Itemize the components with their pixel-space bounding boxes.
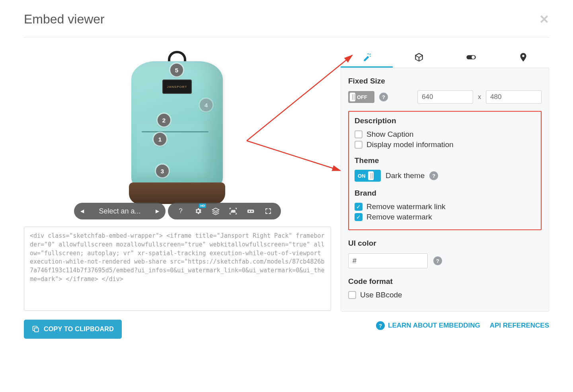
page-title: Embed viewer xyxy=(24,12,105,27)
hotspot-5[interactable]: 5 xyxy=(170,64,183,76)
next-annotation-icon[interactable]: ▶ xyxy=(153,208,162,214)
remove-watermark-link-label: Remove watermark link xyxy=(366,202,446,211)
svg-point-2 xyxy=(249,211,250,212)
help-icon[interactable]: ? xyxy=(172,203,189,219)
tab-general[interactable] xyxy=(341,47,393,68)
hotspot-1[interactable]: 1 xyxy=(154,133,166,146)
fixed-size-help-icon[interactable]: ? xyxy=(379,93,388,101)
brand-title: Brand xyxy=(355,189,535,198)
remove-watermark-checkbox[interactable]: ✓ xyxy=(355,213,363,221)
copy-to-clipboard-button[interactable]: COPY TO CLIPBOARD xyxy=(24,320,122,339)
svg-point-3 xyxy=(251,211,253,212)
hotspot-2[interactable]: 2 xyxy=(158,114,170,126)
fixed-size-title: Fixed Size xyxy=(348,77,542,85)
embed-preview[interactable]: JANSPORT 5 4 2 1 3 ◀ Select an a... ▶ xyxy=(24,47,331,222)
dark-theme-toggle[interactable]: ON xyxy=(355,170,381,182)
copy-button-label: COPY TO CLIPBOARD xyxy=(44,326,114,333)
display-model-info-label: Display model information xyxy=(366,140,454,149)
use-bbcode-label: Use BBcode xyxy=(360,291,402,299)
ui-color-title: UI color xyxy=(348,239,542,248)
vr-icon[interactable] xyxy=(242,203,259,219)
tab-3d[interactable] xyxy=(393,47,445,68)
layers-icon[interactable] xyxy=(207,203,224,219)
hotspot-4[interactable]: 4 xyxy=(200,99,212,111)
hotspot-3[interactable]: 3 xyxy=(156,165,169,177)
dimension-separator: x xyxy=(478,93,481,101)
svg-rect-1 xyxy=(248,210,254,213)
close-icon[interactable]: ✕ xyxy=(539,12,549,26)
remove-watermark-link-checkbox[interactable]: ✓ xyxy=(355,203,363,211)
product-preview: JANSPORT 5 4 2 1 3 xyxy=(131,51,223,204)
fixed-height-input[interactable] xyxy=(486,90,542,104)
use-bbcode-checkbox[interactable] xyxy=(348,291,356,299)
code-format-title: Code format xyxy=(348,277,542,286)
display-model-info-checkbox[interactable] xyxy=(355,141,363,149)
info-icon: ? xyxy=(376,321,385,330)
toggle-icon xyxy=(466,52,476,62)
hd-badge: HD xyxy=(199,204,206,208)
magic-wand-icon xyxy=(362,52,372,62)
embed-code-box[interactable]: <div class="sketchfab-embed-wrapper"> <i… xyxy=(24,227,331,311)
show-caption-checkbox[interactable] xyxy=(355,130,363,138)
api-references-link[interactable]: API REFERENCES xyxy=(490,321,549,330)
cube-icon xyxy=(414,52,424,62)
fixed-width-input[interactable] xyxy=(417,90,473,104)
product-brand-patch: JANSPORT xyxy=(162,80,192,94)
svg-point-6 xyxy=(472,56,475,59)
ui-color-help-icon[interactable]: ? xyxy=(433,256,442,265)
fullscreen-icon[interactable] xyxy=(259,203,277,219)
fixed-size-toggle[interactable]: OFF xyxy=(348,91,374,103)
tab-annotations[interactable] xyxy=(497,47,549,68)
annotation-selector-label: Select an a... xyxy=(90,207,150,215)
ar-icon[interactable]: AR xyxy=(224,203,242,219)
highlighted-options-box: Description Show Caption Display model i… xyxy=(348,111,542,230)
pin-icon xyxy=(518,52,528,62)
dark-theme-label: Dark theme xyxy=(386,171,425,180)
description-title: Description xyxy=(355,116,535,125)
svg-rect-4 xyxy=(35,328,39,332)
ui-color-input[interactable] xyxy=(348,253,428,268)
tab-controls[interactable] xyxy=(445,47,497,68)
remove-watermark-label: Remove watermark xyxy=(366,213,432,221)
show-caption-label: Show Caption xyxy=(366,130,413,139)
prev-annotation-icon[interactable]: ◀ xyxy=(78,208,86,214)
learn-embedding-link[interactable]: ?LEARN ABOUT EMBEDDING xyxy=(376,321,480,330)
settings-icon[interactable]: HD xyxy=(189,203,207,219)
svg-text:AR: AR xyxy=(231,210,236,213)
theme-title: Theme xyxy=(355,156,535,165)
theme-help-icon[interactable]: ? xyxy=(429,171,438,180)
annotation-selector[interactable]: ◀ Select an a... ▶ xyxy=(74,203,166,219)
